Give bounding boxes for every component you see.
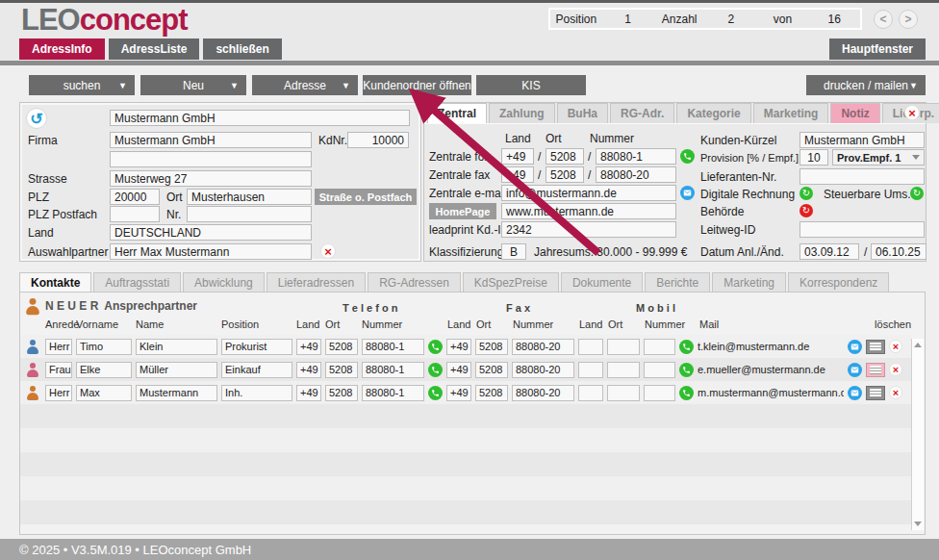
contacts-scrollbar[interactable] — [911, 339, 924, 530]
hauptfenster-button[interactable]: Hauptfenster — [829, 38, 926, 60]
position-field[interactable]: Einkauf — [221, 362, 292, 378]
phone-icon[interactable] — [680, 149, 695, 164]
contact-row[interactable]: Herr Timo Klein Prokurist +49 5208 88080… — [20, 335, 911, 358]
email-icon[interactable] — [848, 363, 862, 377]
tab-notiz[interactable]: Notiz — [830, 103, 879, 123]
email-icon[interactable] — [848, 340, 862, 354]
neu-button[interactable]: Neu ▼ — [140, 75, 246, 95]
suchen-button[interactable]: suchen ▼ — [29, 75, 135, 95]
tel-nummer-field[interactable]: 88080-1 — [362, 385, 424, 401]
tab-zahlung[interactable]: Zahlung — [489, 103, 555, 123]
tab-abwicklung[interactable]: Abwicklung — [183, 272, 265, 293]
name-field[interactable]: Klein — [136, 339, 217, 355]
tab-buha[interactable]: BuHa — [557, 103, 608, 123]
delete-contact-icon[interactable]: × — [889, 363, 902, 376]
tab-kdspezpreise[interactable]: KdSpezPreise — [463, 272, 559, 293]
vorname-field[interactable]: Elke — [76, 362, 132, 378]
homepage-button[interactable]: HomePage — [429, 203, 496, 219]
klassifizierung-field[interactable]: B — [501, 243, 526, 260]
delete-contact-icon[interactable]: × — [889, 386, 902, 399]
email-icon[interactable] — [848, 386, 862, 400]
tel-land-field[interactable]: +49 — [296, 362, 321, 378]
mobil-land-field[interactable] — [578, 362, 603, 378]
tab-kontakte[interactable]: Kontakte — [19, 272, 91, 293]
ort-field[interactable]: Musterhausen — [187, 189, 312, 205]
strasse-oder-postfach-button[interactable]: Straße o. Postfach — [315, 189, 417, 205]
contact-row[interactable]: Herr Max Mustermann Inh. +49 5208 88080-… — [20, 381, 911, 404]
tab-lieferadressen[interactable]: Lieferadressen — [266, 272, 366, 293]
tab-dokumente[interactable]: Dokumente — [561, 272, 643, 293]
fax-land-field[interactable]: +49 — [501, 166, 534, 183]
fon-nummer-field[interactable]: 88080-1 — [596, 148, 676, 165]
mail-text[interactable]: m.mustermann@mustermann.de — [698, 387, 844, 398]
toggle-on-icon[interactable]: ↻ — [910, 187, 924, 200]
mobil-land-field[interactable] — [578, 339, 603, 355]
adresse-button[interactable]: Adresse ▼ — [252, 75, 358, 95]
mobil-ort-field[interactable] — [607, 385, 640, 401]
next-record-button[interactable]: > — [899, 10, 918, 29]
phone-icon[interactable] — [428, 363, 443, 377]
fax-land-field[interactable]: +49 — [446, 339, 471, 355]
plz-postfach-field[interactable] — [110, 206, 160, 222]
auswahlpartner-field[interactable]: Herr Max Mustermann — [110, 243, 312, 260]
fax-ort-field[interactable]: 5208 — [475, 339, 508, 355]
firma2-field[interactable] — [110, 151, 312, 167]
fax-nummer-field[interactable]: 88080-20 — [512, 362, 574, 378]
tab-schliessen[interactable]: schließen — [203, 38, 281, 60]
fax-nummer-field[interactable]: 88080-20 — [596, 166, 676, 183]
fon-land-field[interactable]: +49 — [501, 148, 534, 165]
tab-korrespondenz[interactable]: Korrespondenz — [788, 272, 889, 293]
anrede-field[interactable]: Herr — [45, 385, 72, 401]
lieferanten-nr-field[interactable] — [799, 168, 925, 185]
fax-land-field[interactable]: +49 — [446, 362, 471, 378]
datum-aenderung-field[interactable]: 06.10.25 — [871, 243, 926, 260]
tab-zentral[interactable]: Zentral — [427, 103, 487, 123]
position-field[interactable]: Inh. — [221, 385, 292, 401]
tab-berichte[interactable]: Berichte — [645, 272, 710, 293]
kundenordner-oeffnen-button[interactable]: Kundenordner öffnen — [363, 75, 471, 95]
tab-adressinfo[interactable]: AdressInfo — [19, 38, 105, 60]
tel-nummer-field[interactable]: 88080-1 — [362, 362, 424, 378]
tel-land-field[interactable]: +49 — [296, 339, 321, 355]
anrede-field[interactable]: Frau — [45, 362, 72, 378]
plz-field[interactable]: 20000 — [110, 189, 160, 205]
fax-nummer-field[interactable]: 88080-20 — [512, 385, 574, 401]
phone-icon[interactable] — [428, 386, 443, 400]
mobil-ort-field[interactable] — [607, 362, 640, 378]
vorname-field[interactable]: Max — [76, 385, 132, 401]
fon-ort-field[interactable]: 5208 — [546, 148, 584, 165]
tab-rg-adressen[interactable]: RG-Adressen — [368, 272, 461, 293]
tab-marketing-unten[interactable]: Marketing — [712, 272, 786, 293]
refresh-icon[interactable]: ↺ — [26, 108, 47, 129]
tab-rg-adr[interactable]: RG-Adr. — [610, 103, 674, 123]
drucken-mailen-button[interactable]: drucken / mailen ▼ — [806, 75, 926, 95]
contact-card-button[interactable] — [866, 340, 885, 354]
toggle-on-icon[interactable]: ↻ — [799, 187, 813, 200]
mobil-land-field[interactable] — [578, 385, 603, 401]
kunden-kuerzel-field[interactable]: Mustermann GmbH — [799, 132, 925, 148]
name-field[interactable]: Mustermann — [136, 385, 217, 401]
postfach-nr-field[interactable] — [187, 206, 312, 222]
email-field[interactable]: info@mustermann.de — [501, 185, 676, 201]
mail-text[interactable]: e.mueller@mustermann.de — [698, 364, 844, 375]
mobil-nummer-field[interactable] — [644, 339, 675, 355]
contact-row[interactable]: Frau Elke Müller Einkauf +49 5208 88080-… — [20, 358, 911, 381]
anrede-field[interactable]: Herr — [45, 339, 72, 355]
prov-empf-dropdown[interactable]: Prov.Empf. 1 — [832, 149, 925, 165]
tab-kategorie[interactable]: Kategorie — [676, 103, 750, 123]
mail-text[interactable]: t.klein@mustermann.de — [698, 341, 844, 352]
tel-land-field[interactable]: +49 — [296, 385, 321, 401]
kdnr-field[interactable]: 10000 — [347, 132, 409, 148]
kis-button[interactable]: KIS — [476, 75, 586, 95]
contact-card-button[interactable] — [866, 363, 885, 377]
leitweg-id-field[interactable] — [799, 221, 925, 238]
strasse-field[interactable]: Musterweg 27 — [110, 170, 312, 187]
contact-card-button[interactable] — [866, 386, 885, 400]
tel-ort-field[interactable]: 5208 — [325, 385, 358, 401]
close-detail-icon[interactable]: × — [904, 105, 920, 120]
fax-ort-field[interactable]: 5208 — [475, 385, 508, 401]
delete-contact-icon[interactable]: × — [889, 340, 902, 353]
fax-nummer-field[interactable]: 88080-20 — [512, 339, 574, 355]
homepage-field[interactable]: www.mustermann.de — [501, 203, 676, 219]
phone-icon[interactable] — [428, 340, 443, 354]
